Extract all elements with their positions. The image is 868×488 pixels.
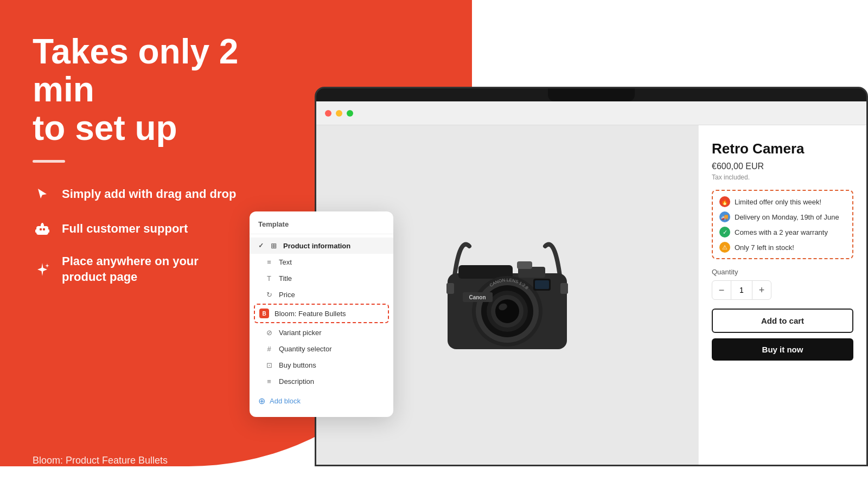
- fire-icon: 🔥: [719, 196, 730, 207]
- template-item-bloom-feature[interactable]: B Bloom: Feature Bullets: [254, 304, 389, 323]
- camera-illustration: Canon: [404, 192, 610, 398]
- template-item-product-information[interactable]: ✓ ⊞ Product information: [250, 237, 393, 254]
- divider: [33, 160, 65, 163]
- check-circle-icon: ✓: [719, 227, 730, 237]
- laptop-notch: [548, 88, 635, 101]
- bullet-stock: ⚠ Only 7 left in stock!: [719, 242, 846, 253]
- robot-icon: [33, 219, 52, 239]
- template-item-title[interactable]: T Title: [250, 270, 393, 286]
- title-T-icon: T: [265, 274, 273, 282]
- check-icon: ✓: [258, 242, 264, 249]
- template-item-price[interactable]: ↻ Price: [250, 286, 393, 303]
- quantity-control: − 1 +: [712, 280, 771, 300]
- add-block-button[interactable]: ⊕ Add block: [250, 391, 393, 410]
- svg-rect-21: [535, 280, 549, 289]
- quantity-label: Quantity: [712, 268, 853, 276]
- bullet-limited-offer: 🔥 Limited offer only this week!: [719, 196, 846, 207]
- svg-point-4: [41, 223, 43, 225]
- svg-rect-6: [48, 229, 49, 233]
- circle-slash-icon: ⊘: [265, 328, 273, 337]
- svg-rect-22: [446, 283, 454, 294]
- bullet-warranty: ✓ Comes with a 2 year warranty: [719, 227, 846, 237]
- svg-rect-0: [36, 226, 48, 235]
- product-tax: Tax included.: [712, 174, 853, 181]
- product-price: €600,00 EUR: [712, 162, 853, 171]
- svg-text:Canon: Canon: [469, 294, 486, 300]
- svg-rect-1: [40, 228, 42, 230]
- template-panel-title: Template: [250, 220, 393, 234]
- template-item-quantity-selector[interactable]: # Quantity selector: [250, 341, 393, 357]
- add-to-cart-button[interactable]: Add to cart: [712, 309, 853, 333]
- buy-now-button[interactable]: Buy it now: [712, 338, 853, 361]
- lines-icon-desc: ≡: [265, 377, 273, 386]
- svg-point-15: [495, 299, 519, 323]
- lines-icon-text: ≡: [265, 258, 273, 266]
- browser-dot-green: [347, 110, 353, 117]
- grid-icon: ⊞: [269, 241, 278, 250]
- plus-circle-icon: ⊕: [258, 396, 265, 406]
- quantity-increase-button[interactable]: +: [752, 281, 771, 299]
- headline: Takes only 2 min to set up: [33, 33, 304, 147]
- quantity-value: 1: [731, 281, 752, 299]
- cursor-icon: [33, 184, 52, 204]
- browser-dot-red: [325, 110, 331, 117]
- warning-icon: ⚠: [719, 242, 730, 253]
- laptop-frame: Canon: [315, 87, 868, 466]
- svg-rect-19: [517, 261, 532, 269]
- monitor-icon: ⊡: [265, 361, 273, 369]
- quantity-decrease-button[interactable]: −: [712, 281, 731, 299]
- template-item-description[interactable]: ≡ Description: [250, 373, 393, 389]
- template-item-text[interactable]: ≡ Text: [250, 254, 393, 270]
- browser-dot-yellow: [336, 110, 342, 117]
- browser-window: Canon: [316, 101, 866, 465]
- sync-icon: ↻: [265, 290, 273, 299]
- browser-content: Canon: [316, 125, 866, 465]
- bloom-icon: B: [259, 309, 269, 318]
- feature-item-drag-drop: Simply add with drag and drop: [33, 184, 304, 204]
- template-item-buy-buttons[interactable]: ⊡ Buy buttons: [250, 357, 393, 373]
- template-item-variant-picker[interactable]: ⊘ Variant picker: [250, 324, 393, 341]
- svg-rect-23: [560, 283, 568, 294]
- hash-icon: #: [265, 344, 273, 353]
- svg-rect-5: [35, 229, 37, 233]
- truck-icon: 🚚: [719, 211, 730, 222]
- feature-bullets-box: 🔥 Limited offer only this week! 🚚 Delive…: [712, 190, 853, 259]
- product-detail-panel: Retro Camera €600,00 EUR Tax included. 🔥…: [698, 125, 866, 465]
- product-title: Retro Camera: [712, 140, 853, 157]
- template-panel: Template ✓ ⊞ Product information ≡ Text …: [250, 211, 393, 417]
- bottom-label: Bloom: Product Feature Bullets: [33, 455, 168, 466]
- svg-rect-2: [43, 228, 45, 230]
- bullet-delivery: 🚚 Delivery on Monday, 19th of June: [719, 211, 846, 222]
- sparkle-icon: [33, 260, 52, 279]
- browser-toolbar: [316, 101, 866, 125]
